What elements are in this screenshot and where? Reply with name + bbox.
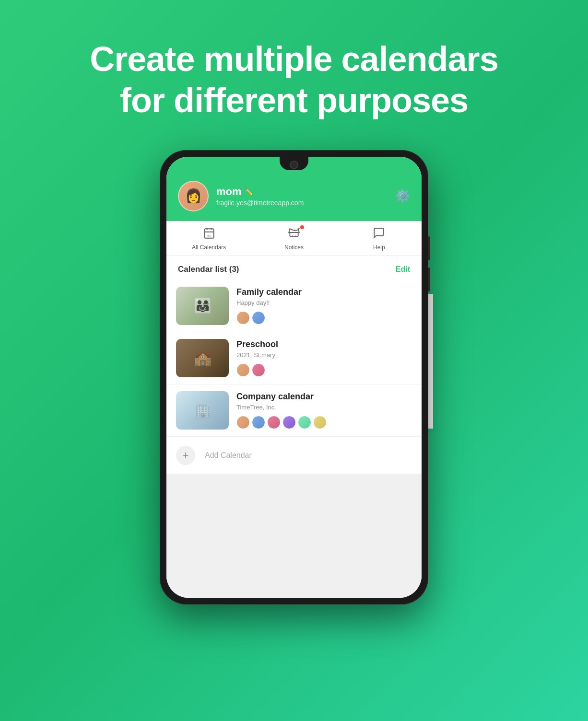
app-screen: 👩 mom ✏️ fragile.yes@timetreeapp.com ⚙️ [166,157,422,598]
add-calendar-row[interactable]: + Add Calendar [166,437,422,474]
headline-line2: for different purposes [120,81,468,119]
company-info: Company calendar TimeTree, Inc. [236,392,412,429]
company-img: 🏢 [176,391,229,430]
company-members [236,416,412,429]
calendar-list-title: Calendar list (3) [178,265,239,274]
volume-down-button [428,267,430,291]
family-member-1 [236,311,250,325]
family-calendar-thumbnail: 👨‍👩‍👧 [176,287,229,325]
user-email: fragile.yes@timetreeapp.com [216,199,387,207]
calendar-item-preschool[interactable]: 🏫 Preschool 2021. St.mary [166,332,422,384]
list-header: Calendar list (3) Edit [166,256,422,280]
calendar-icon: 31 [203,227,215,242]
preschool-members [236,363,412,377]
headline-line1: Create multiple calendars [90,40,498,78]
phone-notch [280,157,308,170]
tab-notices[interactable]: Notices [251,227,336,251]
main-content: Calendar list (3) Edit 👨‍👩‍👧 Family cale… [166,256,422,474]
tab-all-calendars[interactable]: 31 All Calendars [166,227,251,251]
svg-text:31: 31 [207,233,211,238]
family-calendar-name: Family calendar [236,287,412,297]
volume-up-button [428,236,430,260]
tab-help[interactable]: Help [337,227,422,251]
company-member-5 [298,416,311,429]
headline: Create multiple calendars for different … [0,0,588,140]
company-member-4 [282,416,296,429]
company-member-3 [267,416,281,429]
user-avatar[interactable]: 👩 [178,181,209,211]
family-img: 👨‍👩‍👧 [176,287,229,325]
preschool-thumbnail: 🏫 [176,339,229,377]
help-icon [373,227,385,242]
company-name: Company calendar [236,392,412,402]
add-calendar-label: Add Calendar [205,451,252,460]
family-calendar-desc: Happy day!! [236,299,412,306]
edit-name-icon[interactable]: ✏️ [245,188,253,196]
family-member-2 [252,311,265,325]
family-calendar-members [236,311,412,325]
calendar-item-family[interactable]: 👨‍👩‍👧 Family calendar Happy day!! [166,280,422,332]
user-name-row: mom ✏️ [216,186,387,198]
preschool-desc: 2021. St.mary [236,351,412,359]
tab-all-calendars-label: All Calendars [192,244,226,251]
company-member-6 [313,416,327,429]
calendar-item-company[interactable]: 🏢 Company calendar TimeTree, Inc. [166,384,422,437]
user-info: mom ✏️ fragile.yes@timetreeapp.com [216,186,387,207]
company-member-1 [236,416,250,429]
phone-screen: 👩 mom ✏️ fragile.yes@timetreeapp.com ⚙️ [166,157,422,598]
notices-icon [288,227,300,242]
tab-bar: 31 All Calendars [166,221,422,256]
add-calendar-icon: + [176,446,195,465]
tab-notices-label: Notices [284,244,304,251]
company-member-2 [252,416,265,429]
company-desc: TimeTree, Inc. [236,404,412,411]
settings-icon[interactable]: ⚙️ [395,188,410,203]
preschool-member-2 [252,363,265,377]
preschool-img: 🏫 [176,339,229,377]
phone-outer: 👩 mom ✏️ fragile.yes@timetreeapp.com ⚙️ [160,150,428,605]
preschool-info: Preschool 2021. St.mary [236,339,412,377]
preschool-member-1 [236,363,250,377]
phone-mockup: Sat 7 14 gold 21 nature cla 28 6 [160,150,428,605]
family-calendar-info: Family calendar Happy day!! [236,287,412,325]
notification-dot [300,225,304,229]
edit-button[interactable]: Edit [396,265,410,274]
company-thumbnail: 🏢 [176,391,229,430]
preschool-name: Preschool [236,339,412,349]
user-name-text: mom [216,186,242,198]
tab-help-label: Help [373,244,385,251]
